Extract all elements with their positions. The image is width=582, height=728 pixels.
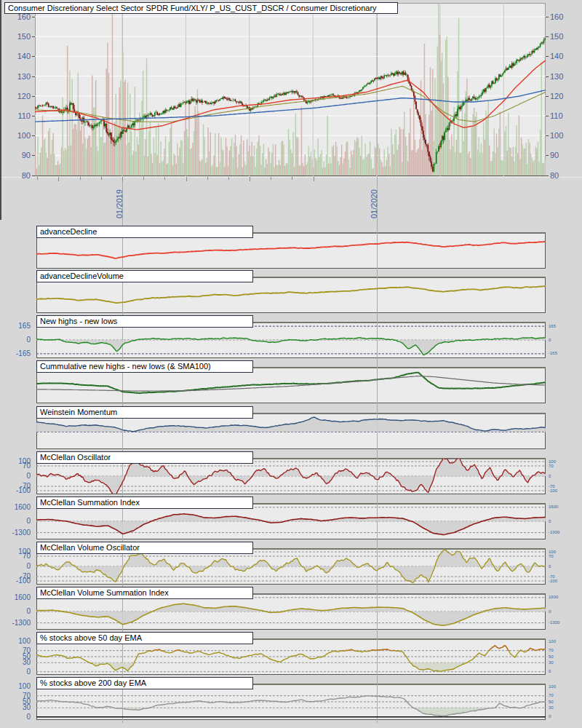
panel-axis-label: 70	[549, 464, 554, 469]
panel-axis-label: -100	[549, 488, 557, 494]
panel-axis-label: 0	[26, 472, 31, 480]
chart-title-box: Consumer Discretionary Select Sector SPD…	[4, 2, 398, 14]
y-axis-tick	[546, 135, 549, 136]
panel-axis-label: -100	[16, 486, 31, 494]
mcclellan-volume-summation-index-plot[interactable]	[36, 594, 546, 629]
panel-label-box: Cummulative new highs - new lows (& SMA1…	[36, 360, 253, 373]
panel-axis-label: 30	[23, 703, 31, 711]
panel-axis-label: 1600	[15, 593, 31, 601]
month-tick	[292, 177, 292, 180]
panel-label-box: % stocks above 50 day EMA	[36, 632, 253, 644]
panel-axis-label: 50	[549, 654, 554, 660]
y-axis-tick	[32, 116, 35, 116]
x-axis-label: 01/2020	[370, 189, 378, 218]
panel-axis-label: 0	[549, 714, 551, 719]
chart-title: Consumer Discretionary Select Sector SPD…	[8, 4, 377, 12]
panel-axis-label: 0	[549, 519, 551, 524]
month-tick	[228, 177, 229, 180]
panel-label-box: McClellan Oscillator	[36, 451, 253, 464]
month-tick	[164, 177, 165, 180]
month-tick	[37, 177, 38, 180]
panel-label-box: McClellan Volume Oscillator	[36, 542, 253, 554]
panel-axis-label: -1300	[549, 620, 559, 625]
y-axis-label: 120	[550, 92, 563, 100]
panel-axis-label: -1300	[12, 619, 31, 627]
y-axis-label: 90	[22, 151, 31, 159]
month-tick	[250, 177, 250, 181]
panel-pct-above-50day-ema: % stocks above 50 day EMA	[0, 632, 582, 678]
panel-label: Weinstein Momentum	[40, 408, 117, 416]
panel-axis-label: -1300	[12, 529, 31, 537]
pct-above-50day-ema-plot[interactable]	[36, 639, 546, 674]
panel-axis-label: 0	[549, 474, 551, 479]
month-tick	[314, 177, 314, 181]
panel-axis-label: 0	[26, 562, 31, 570]
panel-axis-label: -100	[16, 577, 31, 585]
cumulative-new-highs-new-lows-plot[interactable]	[36, 368, 546, 403]
panel-label: advanceDecline	[40, 227, 97, 236]
y-axis-tick	[32, 135, 35, 136]
new-highs-new-lows-plot[interactable]	[36, 323, 546, 357]
panel-new-highs-new-lows: New highs - new lows	[0, 315, 582, 361]
panel-axis-label: -165	[549, 351, 557, 356]
y-axis-label: 150	[550, 32, 563, 41]
y-axis-tick	[546, 175, 549, 176]
price-volume-chart[interactable]	[35, 3, 546, 176]
y-axis-label: 130	[550, 72, 563, 81]
panel-axis-label: -165	[16, 349, 31, 357]
advance-decline-volume-plot[interactable]	[36, 277, 546, 312]
y-axis-tick	[546, 155, 549, 156]
panel-axis-label: 0	[26, 517, 31, 525]
panel-label: advanceDeclineVolume	[40, 272, 124, 280]
panel-label-box: New highs - new lows	[36, 315, 253, 328]
panel-mcclellan-summation-index: McClellan Summation Index	[0, 496, 582, 542]
panel-axis-label: 100	[18, 682, 31, 690]
panel-label: Cummulative new highs - new lows (& SMA1…	[40, 362, 211, 371]
advance-decline-plot[interactable]	[36, 233, 546, 268]
panel-mcclellan-volume-oscillator: McClellan Volume Oscillator	[0, 542, 582, 587]
panel-label-box: McClellan Summation Index	[36, 496, 253, 509]
panel-axis-label: 0	[26, 713, 31, 721]
panel-axis-label: 30	[549, 705, 554, 711]
y-axis-label: 120	[17, 92, 31, 100]
y-axis-label: 140	[550, 52, 563, 60]
month-tick	[80, 177, 81, 180]
y-axis-label: 100	[550, 131, 563, 140]
mcclellan-summation-index-plot[interactable]	[36, 504, 546, 539]
month-tick	[207, 177, 208, 180]
mcclellan-oscillator-plot[interactable]	[36, 459, 546, 494]
x-axis-label: 01/2019	[115, 189, 124, 218]
y-axis-tick	[546, 17, 549, 17]
mcclellan-volume-oscillator-plot[interactable]	[36, 549, 546, 584]
panel-mcclellan-oscillator: McClellan Oscillator	[0, 451, 582, 497]
month-tick	[58, 177, 59, 181]
y-axis-tick	[546, 116, 549, 116]
month-tick	[101, 177, 102, 180]
panel-label: McClellan Oscillator	[40, 453, 111, 462]
y-axis-label: 90	[550, 151, 559, 159]
month-tick	[186, 177, 187, 181]
panel-advance-decline-volume: advanceDeclineVolume	[0, 270, 582, 316]
chart-application-window: Consumer Discretionary Select Sector SPD…	[0, 0, 582, 728]
panel-label-box: McClellan Volume Summation Index	[36, 587, 253, 599]
panel-label: % stocks above 200 day EMA	[40, 678, 146, 687]
pct-above-200day-ema-plot[interactable]	[36, 684, 546, 719]
panel-advance-decline: advanceDecline	[0, 226, 582, 272]
y-axis-label: 80	[22, 171, 31, 180]
y-axis-tick	[546, 56, 549, 57]
panel-label: New highs - new lows	[40, 317, 117, 325]
panel-axis-label: 30	[549, 660, 554, 665]
panel-label-box: advanceDecline	[36, 226, 253, 238]
y-axis-label: 100	[17, 131, 31, 140]
panel-axis-label: 1600	[549, 595, 558, 600]
panel-label: McClellan Volume Oscillator	[40, 543, 140, 552]
y-axis-tick	[32, 96, 35, 97]
panel-axis-label: 100	[549, 639, 556, 644]
month-tick	[143, 177, 144, 180]
month-tick	[122, 177, 123, 181]
panel-axis-label: 50	[549, 700, 554, 705]
y-axis-tick	[32, 76, 35, 77]
panel-axis-label: -100	[549, 579, 557, 584]
panel-axis-label: 165	[549, 324, 556, 329]
weinstein-momentum-plot[interactable]	[36, 414, 546, 448]
